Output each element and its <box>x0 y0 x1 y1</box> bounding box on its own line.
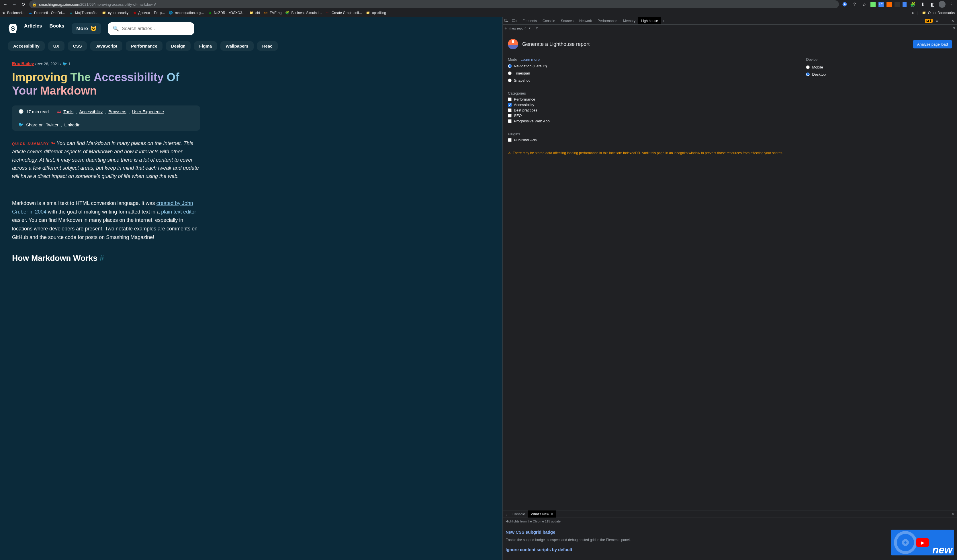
settings-icon[interactable]: ⚙ <box>934 19 940 23</box>
mode-timespan[interactable]: Timespan <box>508 71 783 76</box>
nav-more[interactable]: More 🐱 <box>72 23 101 34</box>
tag-react[interactable]: Reac <box>257 41 278 51</box>
profile-avatar[interactable] <box>939 1 946 8</box>
bookmark-upskilling[interactable]: 📁upskilling <box>366 11 386 15</box>
device-toggle-icon[interactable] <box>510 17 518 24</box>
reload-button[interactable]: ⟳ <box>20 1 27 8</box>
device-mobile[interactable]: Mobile <box>806 65 826 70</box>
bookmarks-star[interactable]: ★ Bookmarks <box>2 11 24 15</box>
mode-navigation[interactable]: Navigation (Default) <box>508 63 783 69</box>
smashing-logo[interactable]: S <box>9 24 17 33</box>
extensions-icon[interactable]: 🧩 <box>910 1 916 8</box>
analyze-button[interactable]: Analyze page load <box>913 40 952 49</box>
tag-a11y[interactable]: Accessibility <box>79 109 103 114</box>
bookmark-onedrive[interactable]: ☁Predmeti - OneDri… <box>28 11 65 15</box>
search-input[interactable] <box>122 26 190 31</box>
plugin-publisherads[interactable]: Publisher Ads <box>508 137 783 143</box>
tag-tools[interactable]: Tools <box>63 109 73 114</box>
drawer-menu-icon[interactable]: ⋮ <box>503 510 510 517</box>
url-host: smashingmagazine.com <box>39 2 79 6</box>
tag-javascript[interactable]: JavaScript <box>90 41 122 51</box>
extension-doc-icon[interactable] <box>903 2 906 7</box>
other-bookmarks[interactable]: 📁Other Bookmarks <box>922 11 955 15</box>
whatsnew-video-thumbnail[interactable]: ▶ new <box>891 530 954 555</box>
cat-pwa[interactable]: Progressive Web App <box>508 118 783 124</box>
whatsnew-h2[interactable]: Ignore content scripts by default <box>505 547 886 552</box>
tag-ux[interactable]: UX <box>48 41 65 51</box>
cat-performance[interactable]: Performance <box>508 96 783 102</box>
tag-figma[interactable]: Figma <box>194 41 217 51</box>
plugins-label: Plugins <box>508 132 783 136</box>
bookmark-telekabel[interactable]: ∞Мој Телекабел <box>69 11 99 15</box>
extension-qr-icon[interactable] <box>894 2 900 7</box>
mode-snapshot[interactable]: Snapshot <box>508 78 783 83</box>
tab-sources[interactable]: Sources <box>558 17 576 24</box>
tab-network[interactable]: Network <box>576 17 595 24</box>
whatsnew-h1[interactable]: New CSS subgrid badge <box>505 530 886 535</box>
author-link[interactable]: Eric Bailey <box>12 61 34 66</box>
drawer-close-icon[interactable]: ✕ <box>949 512 957 516</box>
tab-elements[interactable]: Elements <box>520 17 540 24</box>
back-button[interactable]: ← <box>2 1 9 8</box>
bookmark-creategraph[interactable]: 〰Create Graph onli… <box>325 11 362 15</box>
extension-orange-icon[interactable] <box>886 2 892 7</box>
bookmark-denica[interactable]: HIДеница – Петр… <box>132 11 165 15</box>
inspect-element-icon[interactable] <box>503 17 510 24</box>
share-linkedin[interactable]: LinkedIn <box>64 122 81 127</box>
bookmark-mapequation[interactable]: 🌐mapequation.org… <box>169 11 204 15</box>
close-devtools-icon[interactable]: ✕ <box>949 19 956 23</box>
lighthouse-settings-icon[interactable]: ⚙ <box>952 26 955 30</box>
drawer-tab-whatsnew[interactable]: What's New✕ <box>528 510 556 517</box>
tab-console[interactable]: Console <box>540 17 558 24</box>
address-bar[interactable]: 🔒 smashingmagazine.com/2021/09/improving… <box>29 0 839 8</box>
close-tab-icon[interactable]: ✕ <box>551 513 553 516</box>
report-dropdown[interactable]: (new report) <box>509 27 526 30</box>
tag-browsers[interactable]: Browsers <box>108 109 126 114</box>
bookmark-cirt[interactable]: 📁cirt <box>249 11 260 15</box>
tag-wallpapers[interactable]: Wallpapers <box>220 41 253 51</box>
bookmarks-overflow[interactable]: » <box>912 11 914 15</box>
extension-timer-icon[interactable]: 1:31 <box>878 2 884 7</box>
issues-badge[interactable]: ◪ 1 <box>925 19 933 23</box>
device-desktop[interactable]: Desktop <box>806 72 826 77</box>
bookmark-nozdr[interactable]: ▦NoZDR - КОЛХОЗ… <box>207 11 246 15</box>
menu-icon[interactable]: ⋮ <box>948 1 955 8</box>
tag-icon: 🏷 <box>57 109 61 114</box>
cat-seo[interactable]: SEO <box>508 113 783 118</box>
share-twitter[interactable]: Twitter <box>46 122 58 127</box>
heading-anchor[interactable]: # <box>99 254 104 262</box>
tag-accessibility[interactable]: Accessibility <box>8 41 45 51</box>
tab-lighthouse[interactable]: Lighthouse <box>638 17 661 24</box>
clear-icon[interactable]: ⊘ <box>536 26 538 30</box>
more-icon[interactable]: ⋮ <box>941 19 948 23</box>
comment-count[interactable]: 1 <box>68 62 71 66</box>
cat-bestpractices[interactable]: Best practices <box>508 107 783 113</box>
cat-accessibility[interactable]: Accessibility <box>508 102 783 107</box>
dropdown-chevron-icon[interactable]: ▾ <box>529 26 531 30</box>
nav-articles[interactable]: Articles <box>24 23 42 34</box>
new-report-button[interactable]: + <box>504 26 507 31</box>
learn-more-link[interactable]: Learn more <box>521 57 540 62</box>
share-label: Share on <box>26 122 44 127</box>
tab-performance[interactable]: Performance <box>595 17 620 24</box>
tag-design[interactable]: Design <box>166 41 191 51</box>
bookmark-eveng[interactable]: eveEVE-ng <box>264 11 281 15</box>
link-plaintext[interactable]: plain text editor <box>161 209 196 215</box>
share-icon[interactable]: ⇪ <box>851 1 858 8</box>
drawer-tab-console[interactable]: Console <box>510 510 528 517</box>
tag-css[interactable]: CSS <box>68 41 87 51</box>
tag-performance[interactable]: Performance <box>126 41 163 51</box>
bookmark-cybersecurity[interactable]: 📁cybersecurity <box>102 11 128 15</box>
search-box[interactable]: 🔍 <box>108 22 194 35</box>
tag-ux-link[interactable]: User Experience <box>132 109 164 114</box>
bookmark-business[interactable]: 🧩Business Simulati… <box>285 11 322 15</box>
google-icon[interactable] <box>841 1 848 8</box>
extension-green-icon[interactable] <box>870 2 876 7</box>
tab-memory[interactable]: Memory <box>620 17 638 24</box>
downloads-icon[interactable]: ⬇ <box>919 1 926 8</box>
nav-books[interactable]: Books <box>49 23 64 34</box>
tabs-overflow-icon[interactable]: » <box>661 17 666 24</box>
sidepanel-icon[interactable]: ◧ <box>929 1 936 8</box>
forward-button[interactable]: → <box>11 1 18 8</box>
star-icon[interactable]: ☆ <box>861 1 868 8</box>
